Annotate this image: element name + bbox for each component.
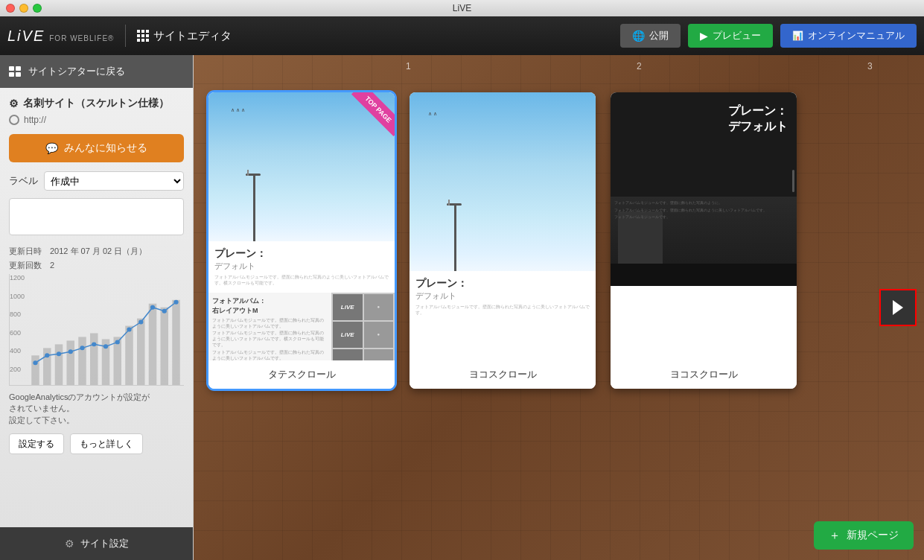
svg-rect-5	[90, 333, 98, 385]
svg-point-18	[92, 342, 96, 346]
publish-button[interactable]: 🌐 公開	[620, 24, 681, 48]
theater-icon	[9, 66, 22, 77]
page3-label: ヨコスクロール	[611, 360, 797, 389]
label-select[interactable]: 作成中 公開中 下書き 非公開	[44, 171, 184, 191]
analytics-notice: GoogleAnalyticsのアカウントが設定がされていません。設定して下さい…	[9, 392, 184, 426]
site-url: http://	[9, 115, 184, 125]
page-canvas: 1 2 3 4 TOP PAGE ∧ ∧ ∧	[194, 55, 924, 560]
svg-point-25	[173, 300, 178, 305]
page2-thumbnail: ∧ ∧ プレーン： デフォルト フォトアルバムモジュールです。壁面に飾られた写真…	[410, 92, 596, 360]
updated-count: 更新回数 2	[9, 260, 184, 271]
svg-point-15	[57, 351, 61, 356]
new-page-button[interactable]: ＋ 新規ページ	[814, 521, 914, 550]
toolbar: LiVE FOR WEBLIFE® サイトエディタ 🌐 公開 ▶ プレビュー 📊…	[0, 16, 924, 55]
svg-point-17	[80, 346, 84, 350]
svg-point-19	[103, 344, 108, 349]
svg-point-13	[33, 360, 37, 365]
globe-icon: 🌐	[632, 30, 645, 42]
titlebar: LiVE	[0, 0, 924, 16]
page2-label: ヨコスクロール	[410, 360, 596, 389]
svg-rect-10	[149, 304, 157, 385]
analytics-buttons: 設定する もっと詳しく	[9, 433, 184, 454]
maximize-button[interactable]	[33, 4, 42, 13]
app-name-label: サイトエディタ	[137, 29, 232, 43]
svg-point-24	[162, 309, 167, 314]
chart-svg	[28, 274, 184, 385]
updated-at: 更新日時 2012 年 07 月 02 日（月）	[9, 246, 184, 257]
url-globe-icon	[9, 115, 19, 125]
top-page-badge: TOP PAGE	[342, 92, 395, 144]
svg-rect-12	[172, 300, 180, 385]
svg-point-21	[127, 328, 131, 332]
app-logo: LiVE FOR WEBLIFE®	[7, 28, 114, 45]
toolbar-divider	[125, 25, 126, 47]
next-page-button[interactable]	[879, 289, 917, 326]
svg-point-23	[150, 305, 155, 310]
plus-icon: ＋	[829, 528, 841, 544]
svg-rect-4	[78, 337, 86, 385]
label-text: ラベル	[9, 174, 38, 188]
window-title: LiVE	[453, 3, 471, 13]
page-thumbnails: TOP PAGE ∧ ∧ ∧ プレーン： デフォルト	[194, 55, 924, 560]
preview-button[interactable]: ▶ プレビュー	[688, 24, 773, 48]
play-icon: ▶	[700, 30, 708, 42]
main-layout: サイトシアターに戻る ⚙ 名刺サイト（スケルトン仕様） http:// 💬 みん…	[0, 55, 924, 560]
titlebar-buttons	[6, 4, 42, 13]
svg-point-22	[138, 320, 143, 325]
svg-point-20	[115, 340, 120, 344]
book-icon: 📊	[792, 31, 803, 41]
back-label: サイトシアターに戻る	[28, 65, 125, 78]
detail-button[interactable]: もっと詳しく	[70, 433, 143, 454]
chart-y-labels: 1200 1000 800 600 400 200	[10, 274, 25, 385]
svg-point-14	[45, 353, 49, 357]
site-name: ⚙ 名刺サイト（スケルトン仕様）	[9, 97, 184, 110]
manual-button[interactable]: 📊 オンラインマニュアル	[780, 24, 917, 48]
page-card-1[interactable]: TOP PAGE ∧ ∧ ∧ プレーン： デフォルト	[208, 92, 395, 389]
svg-rect-3	[67, 340, 75, 385]
page3-thumbnail: プレーン：デフォルト フォトアルバムモジュールです。壁面に飾られた写真のように。…	[611, 92, 797, 360]
page1-label: タテスクロール	[208, 360, 395, 389]
grid-icon	[137, 30, 149, 42]
close-button[interactable]	[6, 4, 15, 13]
minimize-button[interactable]	[19, 4, 28, 13]
chat-icon: 💬	[45, 142, 58, 154]
arrow-right-icon	[893, 300, 903, 315]
top-page-badge-label: TOP PAGE	[351, 92, 395, 136]
sidebar: サイトシアターに戻る ⚙ 名刺サイト（スケルトン仕様） http:// 💬 みん…	[0, 55, 194, 560]
back-to-theater-button[interactable]: サイトシアターに戻る	[0, 55, 193, 88]
label-row: ラベル 作成中 公開中 下書き 非公開	[9, 171, 184, 191]
sidebar-content: ⚙ 名刺サイト（スケルトン仕様） http:// 💬 みんなに知らせる ラベル …	[0, 88, 193, 527]
page-card-3[interactable]: プレーン：デフォルト フォトアルバムモジュールです。壁面に飾られた写真のように。…	[611, 92, 797, 389]
memo-textarea[interactable]	[9, 198, 184, 235]
page-card-2[interactable]: ∧ ∧ プレーン： デフォルト フォトアルバムモジュールです。壁面に飾られた写真…	[410, 92, 596, 389]
svg-point-16	[68, 349, 73, 354]
site-settings-label: サイト設定	[80, 537, 129, 550]
setup-button[interactable]: 設定する	[9, 433, 64, 454]
svg-rect-11	[161, 308, 169, 385]
notify-button[interactable]: 💬 みんなに知らせる	[9, 134, 184, 162]
site-settings-button[interactable]: ⚙ サイト設定	[0, 527, 193, 560]
analytics-chart: 1200 1000 800 600 400 200	[9, 274, 184, 386]
svg-rect-0	[31, 355, 39, 385]
svg-rect-8	[125, 326, 133, 385]
svg-rect-9	[137, 319, 145, 385]
svg-rect-2	[55, 344, 63, 385]
